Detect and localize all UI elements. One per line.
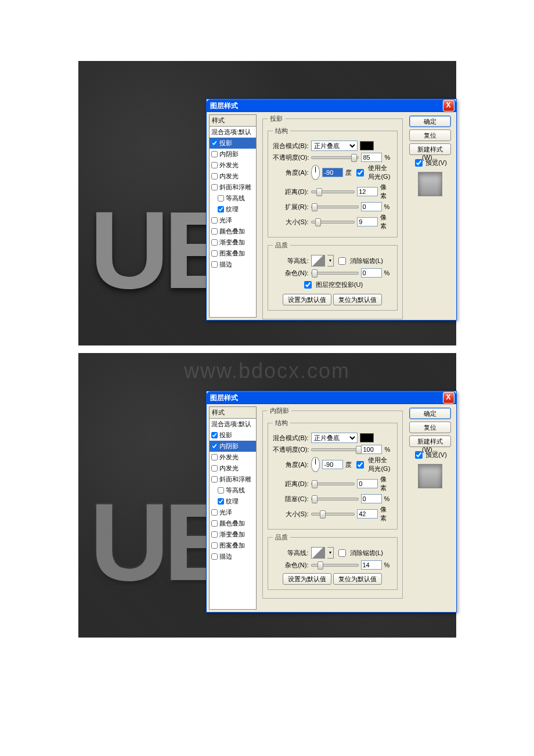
set-default-button[interactable]: 设置为默认值 (283, 573, 331, 585)
close-icon[interactable]: X (443, 392, 454, 404)
spread-input[interactable] (361, 202, 382, 211)
style-satin[interactable]: 光泽 (210, 507, 256, 518)
style-gradient-overlay[interactable]: 渐变叠加 (210, 529, 256, 540)
style-drop-shadow[interactable]: 投影 (210, 430, 256, 441)
style-satin[interactable]: 光泽 (210, 215, 256, 226)
style-blending-options[interactable]: 混合选项:默认 (210, 127, 256, 138)
distance-input[interactable] (357, 187, 378, 196)
choke-slider[interactable] (311, 498, 359, 501)
checkbox-bevel[interactable] (211, 476, 218, 483)
style-outer-glow[interactable]: 外发光 (210, 452, 256, 463)
style-stroke[interactable]: 描边 (210, 551, 256, 562)
new-style-button[interactable]: 新建样式(W)... (409, 143, 451, 155)
global-light-checkbox[interactable] (356, 169, 364, 177)
spread-slider[interactable] (311, 206, 359, 208)
opacity-input[interactable] (361, 445, 382, 454)
antialias-checkbox[interactable] (338, 549, 346, 557)
opacity-slider[interactable] (311, 448, 359, 451)
style-gradient-overlay[interactable]: 渐变叠加 (210, 237, 256, 248)
new-style-button[interactable]: 新建样式(W)... (409, 435, 451, 447)
style-texture[interactable]: 纹理 (210, 204, 256, 215)
checkbox-satin[interactable] (211, 217, 218, 224)
checkbox-drop-shadow[interactable] (211, 140, 218, 146)
contour-swatch[interactable] (311, 547, 325, 559)
antialias-checkbox[interactable] (338, 257, 346, 265)
style-color-overlay[interactable]: 颜色叠加 (210, 518, 256, 529)
cancel-button[interactable]: 复位 (409, 422, 451, 433)
choke-input[interactable] (361, 494, 382, 503)
angle-dial[interactable] (311, 457, 320, 472)
cancel-button[interactable]: 复位 (409, 129, 451, 141)
style-outer-glow[interactable]: 外发光 (210, 160, 256, 171)
set-default-button[interactable]: 设置为默认值 (283, 294, 331, 305)
contour-dropdown-icon[interactable]: ▾ (327, 255, 334, 267)
noise-slider[interactable] (311, 564, 359, 567)
style-contour[interactable]: 等高线 (210, 193, 256, 204)
titlebar[interactable]: 图层样式 X (207, 99, 456, 112)
noise-input[interactable] (361, 560, 382, 570)
checkbox-outer-glow[interactable] (211, 454, 218, 460)
checkbox-stroke[interactable] (211, 553, 218, 560)
styles-header[interactable]: 样式 (210, 115, 256, 127)
size-input[interactable] (357, 217, 378, 226)
style-drop-shadow[interactable]: 投影 (210, 138, 256, 149)
checkbox-pattern-overlay[interactable] (211, 250, 218, 257)
checkbox-satin[interactable] (211, 509, 218, 516)
contour-swatch[interactable] (311, 255, 325, 267)
checkbox-drop-shadow[interactable] (211, 432, 218, 438)
ok-button[interactable]: 确定 (409, 116, 451, 127)
angle-input[interactable] (322, 460, 343, 469)
size-input[interactable] (357, 509, 378, 519)
checkbox-contour[interactable] (218, 195, 224, 201)
style-bevel[interactable]: 斜面和浮雕 (210, 182, 256, 193)
knockout-checkbox[interactable] (304, 281, 312, 289)
blend-mode-select[interactable]: 正片叠底 (311, 141, 358, 151)
style-contour[interactable]: 等高线 (210, 485, 256, 496)
angle-input[interactable] (322, 168, 343, 177)
style-stroke[interactable]: 描边 (210, 259, 256, 270)
close-icon[interactable]: X (443, 100, 454, 111)
checkbox-gradient-overlay[interactable] (211, 239, 218, 246)
style-inner-glow[interactable]: 内发光 (210, 463, 256, 474)
color-swatch[interactable] (360, 141, 374, 150)
style-inner-shadow[interactable]: 内阴影 (210, 441, 256, 452)
checkbox-pattern-overlay[interactable] (211, 542, 218, 549)
checkbox-bevel[interactable] (211, 184, 218, 190)
color-swatch[interactable] (360, 433, 374, 442)
distance-input[interactable] (357, 479, 378, 488)
preview-checkbox[interactable] (415, 159, 423, 167)
style-texture[interactable]: 纹理 (210, 496, 256, 507)
size-slider[interactable] (311, 221, 355, 224)
style-color-overlay[interactable]: 颜色叠加 (210, 226, 256, 237)
size-slider[interactable] (311, 513, 355, 516)
style-pattern-overlay[interactable]: 图案叠加 (210, 248, 256, 259)
style-inner-glow[interactable]: 内发光 (210, 171, 256, 182)
checkbox-inner-shadow[interactable] (211, 443, 218, 449)
checkbox-outer-glow[interactable] (211, 162, 218, 168)
opacity-input[interactable] (361, 153, 382, 162)
global-light-checkbox[interactable] (356, 461, 364, 469)
style-pattern-overlay[interactable]: 图案叠加 (210, 540, 256, 551)
ok-button[interactable]: 确定 (409, 408, 451, 419)
style-bevel[interactable]: 斜面和浮雕 (210, 474, 256, 485)
checkbox-inner-glow[interactable] (211, 465, 218, 471)
opacity-slider[interactable] (311, 156, 359, 159)
checkbox-texture[interactable] (218, 498, 224, 505)
style-blending-options[interactable]: 混合选项:默认 (210, 419, 256, 430)
checkbox-color-overlay[interactable] (211, 520, 218, 527)
checkbox-contour[interactable] (218, 487, 224, 494)
checkbox-inner-shadow[interactable] (211, 151, 218, 157)
noise-slider[interactable] (311, 272, 359, 275)
preview-checkbox[interactable] (415, 451, 423, 459)
styles-header[interactable]: 样式 (210, 407, 256, 419)
checkbox-texture[interactable] (218, 206, 224, 213)
distance-slider[interactable] (311, 190, 355, 193)
titlebar[interactable]: 图层样式 X (207, 391, 456, 404)
blend-mode-select[interactable]: 正片叠底 (311, 433, 358, 443)
distance-slider[interactable] (311, 483, 355, 485)
noise-input[interactable] (361, 268, 382, 278)
style-inner-shadow[interactable]: 内阴影 (210, 149, 256, 160)
checkbox-stroke[interactable] (211, 261, 218, 268)
checkbox-inner-glow[interactable] (211, 173, 218, 179)
reset-default-button[interactable]: 复位为默认值 (333, 573, 382, 585)
